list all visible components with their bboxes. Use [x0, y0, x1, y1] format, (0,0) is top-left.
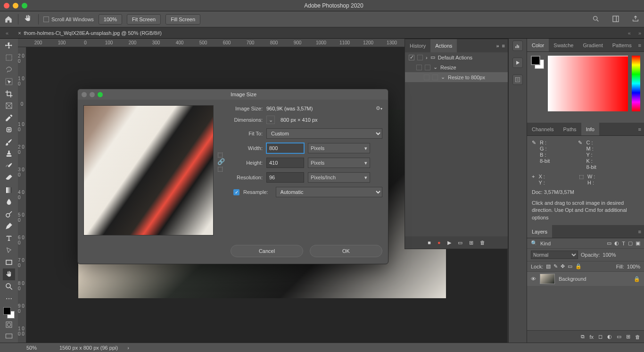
- layer-row[interactable]: 👁 Background 🔒: [527, 272, 644, 286]
- opacity-value[interactable]: 100%: [603, 252, 616, 258]
- actions-tab[interactable]: Actions: [430, 39, 457, 52]
- collapse-right-panels-icon[interactable]: «: [628, 30, 631, 36]
- play-action-icon[interactable]: ▶: [447, 240, 451, 246]
- resolution-unit-select[interactable]: Pixels/Inch▾: [308, 172, 370, 183]
- action-row[interactable]: ⌄ Resize to 800px: [405, 72, 508, 82]
- collapse-toolbar-icon[interactable]: «: [6, 30, 8, 36]
- action-check-icon[interactable]: ✓: [409, 55, 414, 60]
- constrain-proportions-icon[interactable]: ⬚🔗⬚: [217, 151, 225, 172]
- width-input[interactable]: [266, 143, 304, 153]
- delete-layer-icon[interactable]: 🗑: [635, 334, 640, 340]
- fill-screen-button[interactable]: Fill Screen: [165, 14, 200, 25]
- layer-fx-icon[interactable]: fx: [589, 334, 594, 340]
- action-dialog-toggle[interactable]: [425, 65, 430, 70]
- eyedropper-tool-icon[interactable]: [3, 112, 15, 124]
- blur-tool-icon[interactable]: [3, 196, 15, 209]
- search-icon[interactable]: [592, 15, 601, 24]
- lock-artboard-icon[interactable]: ▭: [568, 263, 572, 269]
- channels-tab[interactable]: Channels: [527, 123, 558, 135]
- move-tool-icon[interactable]: [3, 40, 15, 52]
- path-select-tool-icon[interactable]: [3, 244, 15, 257]
- workspace-icon[interactable]: [612, 15, 620, 24]
- color-swatch[interactable]: [3, 307, 15, 318]
- close-tab-icon[interactable]: ×: [18, 30, 21, 36]
- chevron-down-icon[interactable]: ⌄: [441, 74, 445, 80]
- action-dialog-toggle[interactable]: [432, 75, 438, 80]
- frame-tool-icon[interactable]: [3, 100, 15, 112]
- crop-tool-icon[interactable]: [3, 88, 15, 100]
- filter-adjustment-icon[interactable]: ◐: [614, 240, 619, 246]
- share-icon[interactable]: [632, 15, 640, 24]
- action-row[interactable]: ⌄ Resize: [405, 62, 508, 72]
- panel-menu-icon[interactable]: ≡: [638, 42, 641, 48]
- dialog-zoom-button[interactable]: [98, 92, 103, 97]
- panel-menu-icon[interactable]: ≡: [502, 43, 505, 49]
- link-layers-icon[interactable]: ⧉: [581, 334, 585, 340]
- brush-tool-icon[interactable]: [3, 136, 15, 148]
- fit-to-select[interactable]: Custom: [266, 128, 382, 139]
- new-action-icon[interactable]: ⊞: [469, 240, 473, 246]
- delete-action-icon[interactable]: 🗑: [480, 240, 485, 245]
- dialog-close-button[interactable]: [82, 92, 87, 97]
- fit-screen-button[interactable]: Fit Screen: [127, 14, 161, 25]
- maximize-window-button[interactable]: [22, 3, 27, 8]
- history-brush-tool-icon[interactable]: [3, 160, 15, 172]
- action-check-icon[interactable]: [416, 65, 422, 70]
- action-dialog-toggle[interactable]: [417, 55, 423, 60]
- resample-method-select[interactable]: Automatic: [276, 187, 382, 197]
- close-window-button[interactable]: [4, 3, 9, 8]
- filter-pixel-icon[interactable]: ▭: [607, 240, 611, 246]
- play-panel-icon[interactable]: [512, 58, 523, 68]
- gear-icon[interactable]: ⚙▾: [376, 105, 382, 111]
- properties-panel-icon[interactable]: [512, 75, 523, 85]
- visibility-icon[interactable]: 👁: [531, 276, 536, 282]
- adjustment-layer-icon[interactable]: ◐: [607, 334, 612, 340]
- hand-tool-icon[interactable]: [3, 268, 15, 281]
- eraser-tool-icon[interactable]: [3, 172, 15, 184]
- filter-shape-icon[interactable]: ▢: [628, 240, 633, 246]
- info-tab[interactable]: Info: [581, 123, 599, 135]
- color-field[interactable]: [548, 56, 628, 111]
- lock-position-icon[interactable]: ✥: [561, 263, 565, 269]
- zoom-tool-icon[interactable]: [3, 280, 15, 293]
- chevron-down-icon[interactable]: ⌄: [433, 64, 438, 70]
- swatches-tab[interactable]: Swatche: [549, 39, 578, 51]
- minimize-window-button[interactable]: [13, 3, 18, 8]
- gradient-tool-icon[interactable]: [3, 184, 15, 196]
- collapse-far-right-icon[interactable]: »: [638, 30, 641, 36]
- new-layer-icon[interactable]: ⊞: [626, 334, 630, 340]
- healing-tool-icon[interactable]: [3, 124, 15, 136]
- color-tab[interactable]: Color: [527, 39, 549, 51]
- record-icon[interactable]: ●: [438, 240, 441, 245]
- panel-menu-icon[interactable]: ≡: [638, 229, 641, 235]
- zoom-level[interactable]: 50%: [26, 345, 50, 351]
- resolution-input[interactable]: [266, 172, 304, 183]
- marquee-tool-icon[interactable]: [3, 52, 15, 64]
- layer-mask-icon[interactable]: ◻: [598, 334, 603, 340]
- quick-mask-icon[interactable]: [3, 318, 15, 331]
- image-preview[interactable]: [83, 105, 214, 235]
- history-tab[interactable]: History: [405, 39, 430, 52]
- status-chevron-icon[interactable]: ›: [127, 345, 129, 351]
- action-row[interactable]: ✓ › ▭ Default Actions: [405, 52, 508, 62]
- height-input[interactable]: [266, 158, 304, 168]
- chevron-right-icon[interactable]: ›: [426, 55, 428, 60]
- foreground-background-swatch[interactable]: [531, 56, 544, 69]
- dodge-tool-icon[interactable]: [3, 208, 15, 220]
- screen-mode-icon[interactable]: [3, 330, 15, 343]
- panel-menu-icon[interactable]: ≡: [638, 126, 641, 132]
- histogram-panel-icon[interactable]: [512, 41, 523, 51]
- new-set-icon[interactable]: ▭: [458, 240, 462, 246]
- height-unit-select[interactable]: Pixels▾: [308, 158, 370, 168]
- resample-checkbox[interactable]: ✓: [233, 189, 239, 195]
- layers-tab[interactable]: Layers: [527, 225, 552, 238]
- zoom-100-button[interactable]: 100%: [99, 14, 122, 25]
- lock-pixels-icon[interactable]: ✎: [553, 263, 558, 269]
- home-icon[interactable]: [4, 15, 13, 24]
- panel-collapse-icon[interactable]: »: [496, 43, 499, 49]
- cancel-button[interactable]: Cancel: [231, 245, 303, 257]
- hue-slider[interactable]: [632, 56, 640, 111]
- action-check-icon[interactable]: [424, 75, 429, 80]
- dimensions-unit-toggle[interactable]: ⌄: [266, 116, 275, 124]
- edit-toolbar-icon[interactable]: ⋯: [3, 293, 15, 305]
